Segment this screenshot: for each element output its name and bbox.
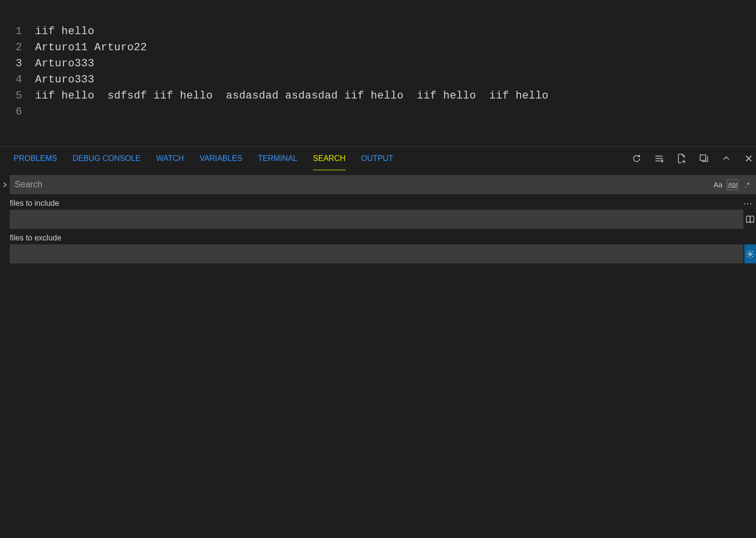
tab-terminal[interactable]: TERMINAL xyxy=(250,147,305,170)
svg-point-10 xyxy=(749,253,752,255)
line-number: 4 xyxy=(16,72,35,88)
line-content[interactable]: Arturo333 xyxy=(35,56,95,72)
line-content[interactable]: iif hello xyxy=(35,23,95,40)
book-icon[interactable] xyxy=(744,210,756,229)
use-exclude-settings-gear-icon[interactable] xyxy=(744,244,756,263)
editor-area[interactable]: 1 iif hello 2 Arturo11 Arturo22 3 Arturo… xyxy=(0,0,756,146)
line-number: 3 xyxy=(16,56,35,72)
code-line[interactable]: 5 iif hello sdfsdf iif hello asdasdad as… xyxy=(16,88,756,104)
tab-problems[interactable]: PROBLEMS xyxy=(6,147,65,170)
line-number: 5 xyxy=(16,88,35,104)
line-content[interactable]: Arturo333 xyxy=(35,72,95,88)
search-row: Aa Abl .* xyxy=(0,175,756,194)
tab-search[interactable]: SEARCH xyxy=(305,147,353,170)
exclude-label: files to exclude xyxy=(10,234,61,242)
toggle-replace-chevron-icon[interactable] xyxy=(0,176,10,194)
line-number: 6 xyxy=(16,104,35,120)
bottom-panel: PROBLEMS DEBUG CONSOLE WATCH VARIABLES T… xyxy=(0,146,756,538)
clear-results-icon[interactable] xyxy=(654,153,664,164)
line-number: 2 xyxy=(16,40,35,56)
files-to-include-input[interactable] xyxy=(10,210,743,229)
exclude-section: files to exclude xyxy=(0,234,756,263)
search-input-container: Aa Abl .* xyxy=(10,175,756,194)
panel-tabs: PROBLEMS DEBUG CONSOLE WATCH VARIABLES T… xyxy=(0,147,756,170)
line-content[interactable]: iif hello sdfsdf iif hello asdasdad asda… xyxy=(35,88,548,104)
code-line[interactable]: 6 xyxy=(16,104,756,120)
line-content[interactable]: Arturo11 Arturo22 xyxy=(35,40,147,56)
collapse-all-icon[interactable] xyxy=(698,153,709,164)
panel-actions xyxy=(631,153,756,164)
include-section: files to include ⋯ xyxy=(0,199,756,229)
code-line[interactable]: 4 Arturo333 xyxy=(16,72,756,88)
match-case-icon[interactable]: Aa xyxy=(712,179,724,190)
tab-watch[interactable]: WATCH xyxy=(149,147,192,170)
line-number: 1 xyxy=(16,23,35,40)
tab-output[interactable]: OUTPUT xyxy=(353,147,401,170)
new-search-editor-icon[interactable] xyxy=(676,153,687,164)
code-line[interactable]: 3 Arturo333 xyxy=(16,56,756,72)
code-line[interactable]: 2 Arturo11 Arturo22 xyxy=(16,40,756,56)
chevron-up-icon[interactable] xyxy=(721,153,732,164)
match-whole-word-icon[interactable]: Abl xyxy=(727,179,738,190)
search-input[interactable] xyxy=(10,179,712,190)
use-regex-icon[interactable]: .* xyxy=(741,179,753,190)
close-icon[interactable] xyxy=(743,153,754,164)
refresh-icon[interactable] xyxy=(631,153,642,164)
code-line[interactable]: 1 iif hello xyxy=(16,23,756,40)
more-options-icon[interactable]: ⋯ xyxy=(743,199,753,208)
files-to-exclude-input[interactable] xyxy=(10,244,743,263)
tab-variables[interactable]: VARIABLES xyxy=(192,147,250,170)
tab-debug-console[interactable]: DEBUG CONSOLE xyxy=(65,147,149,170)
search-options: Aa Abl .* xyxy=(712,179,756,190)
include-label: files to include xyxy=(10,199,59,208)
svg-rect-7 xyxy=(700,155,706,160)
